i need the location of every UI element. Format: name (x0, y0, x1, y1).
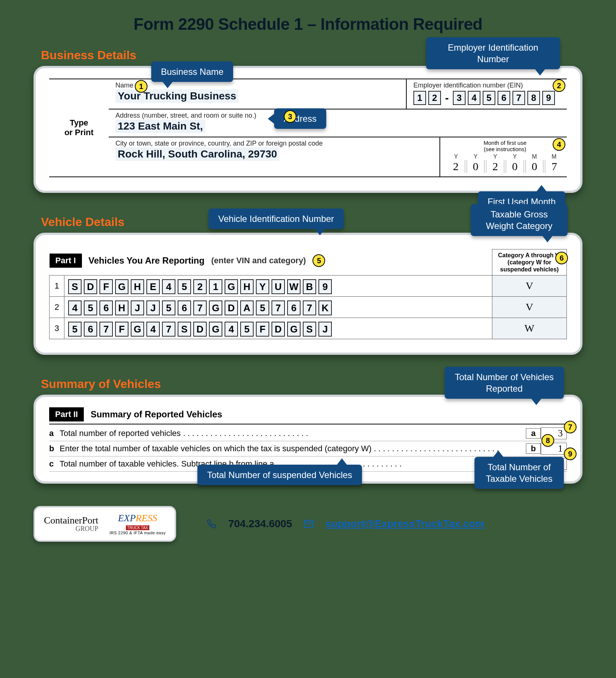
vin-char: 5 (68, 322, 82, 337)
vin-char: F (256, 322, 269, 337)
callout-ein: Employer Identification Number (426, 37, 560, 69)
category-cell: V (492, 297, 567, 318)
fum-digit: Y0 (506, 153, 524, 173)
ein-digit: 2 (428, 91, 441, 105)
vin-cell: SDFGHE4521GHYUWB9 (64, 276, 492, 297)
phone-icon (206, 518, 217, 529)
vin-char: 6 (84, 322, 97, 337)
ein-digit: 1 (413, 91, 426, 105)
badge-2: 2 (553, 79, 565, 92)
vin-char: 7 (272, 300, 285, 315)
fum-label-1: Month of first use (483, 140, 526, 146)
vin-char: J (131, 300, 144, 315)
ein-digit: 3 (453, 91, 466, 105)
vin-char: 4 (225, 322, 238, 337)
vehicle-panel: Part I Vehicles You Are Reporting (enter… (34, 233, 582, 355)
badge-5: 5 (312, 254, 325, 267)
vin-char: H (131, 279, 144, 294)
ein-digit: 9 (542, 91, 555, 105)
vin-char: F (115, 322, 128, 337)
vin-char: D (84, 279, 97, 294)
callout-address: Address (274, 108, 326, 129)
email-link[interactable]: support@ExpressTruckTax.com (326, 518, 485, 530)
expresstrucktax-logo: EXPRESS TRUCK TAX IRS 2290 & IFTA made e… (109, 513, 166, 535)
vin-char: H (115, 300, 128, 315)
callout-taxable: Total Number of Taxable Vehicles (474, 457, 564, 489)
vin-char: H (240, 279, 254, 294)
ein-value: 12-3456789 (413, 91, 563, 105)
vin-char: 7 (162, 322, 175, 337)
vin-char: 5 (256, 300, 269, 315)
city-value: Rock Hill, South Carolina, 29730 (115, 147, 279, 161)
vin-char: G (209, 300, 222, 315)
badge-6: 6 (555, 252, 568, 264)
ein-digit: - (443, 91, 451, 105)
vin-char: U (272, 279, 285, 294)
vin-char: J (318, 322, 332, 337)
ein-digit: 4 (468, 91, 480, 105)
callout-business-name: Business Name (151, 61, 233, 82)
badge-9: 9 (564, 448, 577, 460)
fum-label-2: (see instructions) (484, 146, 526, 152)
vin-char: G (209, 322, 222, 337)
callout-suspended: Total Number of suspended Vehicles (197, 465, 362, 485)
table-row: 1SDFGHE4521GHYUWB9V (50, 276, 567, 297)
vin-char: G (225, 279, 238, 294)
category-cell: W (492, 318, 567, 339)
category-header-2: (category W for (496, 259, 563, 266)
badge-3: 3 (284, 110, 296, 123)
ein-digit: 6 (498, 91, 510, 105)
summary-line: aTotal number of reported vehiclesa3 (49, 426, 567, 441)
ein-digit: 8 (527, 91, 540, 105)
type-or-print-label: Type or Print (49, 79, 109, 177)
city-label: City or town, state or province, country… (115, 140, 323, 147)
vin-char: B (303, 279, 316, 294)
fum-digit: Y2 (486, 153, 504, 173)
vin-char: 5 (178, 279, 191, 294)
vin-char: 6 (178, 300, 191, 315)
vin-char: W (287, 279, 301, 294)
vin-char: 7 (303, 300, 316, 315)
vin-char: 5 (84, 300, 97, 315)
part1-title: Vehicles You Are Reporting (89, 255, 205, 266)
vin-char: J (146, 300, 160, 315)
badge-4: 4 (553, 138, 565, 151)
badge-1: 1 (135, 80, 147, 93)
vin-char: S (178, 322, 191, 337)
part1-label: Part I (50, 254, 82, 268)
name-label: Name (115, 82, 133, 89)
row-number: 3 (50, 318, 64, 339)
badge-8: 8 (542, 434, 554, 447)
vin-char: 6 (99, 300, 113, 315)
category-cell: V (492, 276, 567, 297)
part1-subtitle: (enter VIN and category) (211, 256, 306, 265)
address-label: Address (number, street, and room or sui… (115, 112, 256, 119)
ein-label: Employer identification number (EIN) (413, 82, 523, 89)
business-panel: Business Name Address First Used Month T… (34, 66, 582, 193)
callout-total-reported: Total Number of Vehicles Reported (445, 367, 564, 399)
vin-char: 4 (68, 300, 82, 315)
vin-char: 6 (287, 300, 301, 315)
vin-cell: 456HJJ567GDA5767K (64, 297, 492, 318)
vin-char: 9 (318, 279, 332, 294)
vin-char: 5 (162, 300, 175, 315)
fum-digit: M7 (545, 153, 563, 173)
vin-char: 5 (240, 322, 254, 337)
table-row: 2456HJJ567GDA5767KV (50, 297, 567, 318)
vin-char: G (115, 279, 128, 294)
vin-char: S (303, 322, 316, 337)
category-header-3: suspended vehicles) (496, 266, 563, 273)
business-name-value: Your Trucking Business (115, 89, 238, 103)
vin-char: G (131, 322, 144, 337)
vin-char: Y (256, 279, 269, 294)
callout-vin: Vehicle Identification Number (209, 209, 344, 229)
address-value: 123 East Main St, (115, 120, 205, 133)
summary-line: bEnter the total number of taxable vehic… (49, 441, 567, 456)
category-header-1: Category A through W (496, 252, 563, 259)
callout-category: Taxable Gross Weight Category (471, 204, 568, 236)
vin-char: K (318, 300, 332, 315)
row-number: 2 (50, 297, 64, 318)
fum-digit: Y0 (467, 153, 485, 173)
logo-box: ContainerPort GROUP EXPRESS TRUCK TAX IR… (34, 506, 176, 542)
vin-char: 1 (209, 279, 222, 294)
